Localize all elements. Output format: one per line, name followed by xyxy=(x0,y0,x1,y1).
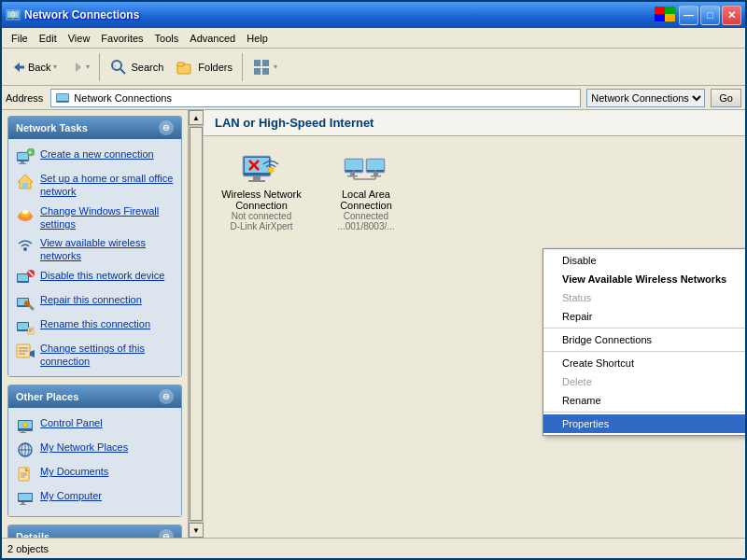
ctx-repair[interactable]: Repair xyxy=(543,307,745,326)
other-places-section: Other Places ⊖ xyxy=(7,385,182,517)
svg-rect-44 xyxy=(28,328,34,334)
settings-icon xyxy=(16,342,35,360)
svg-point-56 xyxy=(23,423,28,427)
sidebar-item-home-network[interactable]: Set up a home or small office network xyxy=(12,169,177,202)
svg-rect-68 xyxy=(21,502,24,504)
svg-marker-11 xyxy=(76,63,81,72)
svg-rect-24 xyxy=(18,153,28,160)
back-dropdown-icon: ▾ xyxy=(53,63,57,71)
ctx-bridge[interactable]: Bridge Connections xyxy=(543,330,745,349)
details-section: Details ⊖ Wireless Network xyxy=(7,525,182,538)
sidebar-item-firewall[interactable]: Change Windows Firewall settings xyxy=(12,202,177,234)
minimize-button[interactable]: — xyxy=(679,6,698,25)
maximize-button[interactable]: □ xyxy=(700,6,720,25)
left-scrollbar[interactable]: ▲ ▼ xyxy=(189,110,204,538)
create-connection-icon: + xyxy=(16,147,35,166)
search-button[interactable]: Search xyxy=(103,51,170,83)
ctx-view-wireless[interactable]: View Available Wireless Networks xyxy=(543,270,745,288)
address-network-icon xyxy=(55,91,70,105)
svg-rect-80 xyxy=(347,175,358,177)
right-panel: LAN or High-Speed Internet xyxy=(204,110,745,538)
menu-view[interactable]: View xyxy=(63,31,96,46)
svg-rect-22 xyxy=(57,94,68,101)
svg-rect-5 xyxy=(655,7,665,14)
network-tasks-body: + Create a new connection Set up a xyxy=(8,139,181,376)
svg-rect-43 xyxy=(18,323,28,329)
go-label: Go xyxy=(719,92,733,104)
svg-rect-69 xyxy=(20,504,26,505)
ctx-sep-3 xyxy=(543,412,745,413)
sidebar-item-settings[interactable]: Change settings of this connection xyxy=(12,339,177,371)
ctx-rename[interactable]: Rename xyxy=(543,391,745,410)
disable-label: Disable this network device xyxy=(40,269,164,282)
sidebar-item-my-documents[interactable]: My Documents xyxy=(12,462,177,486)
svg-marker-51 xyxy=(30,350,35,357)
forward-button[interactable]: ▾ xyxy=(63,51,96,83)
details-collapse[interactable]: ⊖ xyxy=(159,529,174,538)
views-button[interactable]: ▾ xyxy=(246,51,284,83)
my-network-icon xyxy=(16,441,35,459)
local-connection-item[interactable]: Local Area Connection Connected ...001/8… xyxy=(319,147,413,235)
wireless-connection-item[interactable]: Wireless Network Connection Not connecte… xyxy=(215,147,308,235)
window: Network Connections — □ ✕ File Edit View… xyxy=(0,0,747,560)
my-computer-icon xyxy=(16,489,35,508)
menu-file[interactable]: File xyxy=(6,31,34,46)
close-button[interactable]: ✕ xyxy=(722,6,741,25)
address-input[interactable]: Network Connections xyxy=(50,89,581,107)
other-places-collapse[interactable]: ⊖ xyxy=(159,389,174,404)
menu-bar: File Edit View Favorites Tools Advanced … xyxy=(2,28,745,49)
sidebar-item-repair[interactable]: Repair this connection xyxy=(12,290,177,315)
svg-rect-67 xyxy=(19,494,32,500)
folders-button[interactable]: Folders xyxy=(170,51,239,83)
svg-rect-17 xyxy=(254,60,261,66)
menu-tools[interactable]: Tools xyxy=(149,31,185,46)
rename-label: Rename this connection xyxy=(40,317,150,330)
svg-rect-54 xyxy=(21,430,24,432)
wireless-connection-icon xyxy=(238,151,285,189)
network-tasks-header[interactable]: Network Tasks ⊖ xyxy=(8,117,181,139)
ctx-shortcut[interactable]: Create Shortcut xyxy=(543,354,745,372)
menu-help[interactable]: Help xyxy=(241,31,274,46)
menu-edit[interactable]: Edit xyxy=(34,31,63,46)
svg-rect-78 xyxy=(345,160,362,170)
left-panel: Network Tasks ⊖ + xyxy=(2,110,189,538)
sidebar-item-wireless[interactable]: View available wireless networks xyxy=(12,233,177,266)
ctx-properties[interactable]: Properties xyxy=(543,414,745,433)
svg-rect-25 xyxy=(21,161,24,163)
back-button[interactable]: Back ▾ xyxy=(6,51,63,83)
menu-advanced[interactable]: Advanced xyxy=(184,31,241,46)
address-dropdown[interactable]: Network Connections xyxy=(586,89,705,107)
svg-rect-72 xyxy=(253,176,261,180)
title-bar-buttons: — □ ✕ xyxy=(679,6,741,25)
network-tasks-collapse[interactable]: ⊖ xyxy=(159,120,174,135)
control-panel-icon xyxy=(16,416,35,435)
sidebar-item-disable[interactable]: Disable this network device xyxy=(12,266,177,290)
local-connection-icon xyxy=(343,151,389,189)
other-places-header[interactable]: Other Places ⊖ xyxy=(8,385,181,408)
sidebar-item-control-panel[interactable]: Control Panel xyxy=(12,413,177,438)
sidebar-item-rename[interactable]: Rename this connection xyxy=(12,315,177,339)
sidebar-item-my-network[interactable]: My Network Places xyxy=(12,438,177,462)
other-places-body: Control Panel My Network Places xyxy=(8,408,181,516)
svg-rect-6 xyxy=(665,7,675,14)
go-button[interactable]: Go xyxy=(711,89,741,107)
svg-rect-36 xyxy=(18,274,28,281)
scroll-thumb[interactable] xyxy=(190,127,203,521)
svg-text:+: + xyxy=(28,149,32,156)
search-icon xyxy=(109,58,128,77)
sidebar-item-create-connection[interactable]: + Create a new connection xyxy=(12,145,177,169)
ctx-disable[interactable]: Disable xyxy=(543,251,745,270)
my-documents-label: My Documents xyxy=(40,465,108,478)
menu-favorites[interactable]: Favorites xyxy=(95,31,148,46)
details-header[interactable]: Details ⊖ xyxy=(8,525,181,538)
views-dropdown-icon: ▾ xyxy=(274,63,277,71)
scroll-down-btn[interactable]: ▼ xyxy=(189,523,204,538)
scroll-up-btn[interactable]: ▲ xyxy=(189,110,204,125)
local-status: Connected xyxy=(344,211,388,221)
address-label: Address xyxy=(6,92,47,104)
sidebar-item-my-computer[interactable]: My Computer xyxy=(12,486,177,511)
window-title: Network Connections xyxy=(24,8,655,21)
toolbar: Back ▾ ▾ Search Folders xyxy=(2,49,745,86)
svg-rect-8 xyxy=(665,14,675,21)
control-panel-label: Control Panel xyxy=(40,416,103,429)
